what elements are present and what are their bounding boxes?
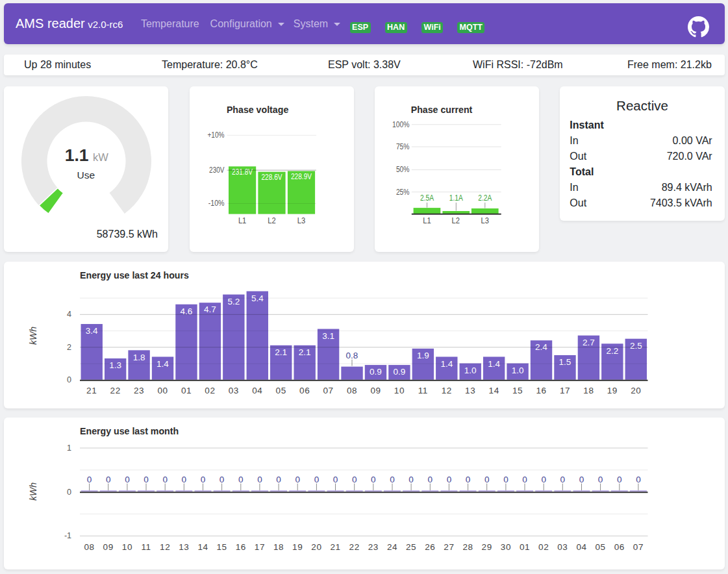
svg-text:0.8: 0.8 — [346, 351, 358, 360]
svg-text:228.9V: 228.9V — [291, 172, 312, 181]
svg-text:04: 04 — [252, 386, 262, 395]
svg-text:13: 13 — [179, 542, 189, 552]
svg-text:50%: 50% — [396, 165, 410, 174]
svg-text:-10%: -10% — [208, 199, 224, 208]
svg-text:Phase current: Phase current — [411, 105, 473, 115]
svg-text:0: 0 — [428, 475, 433, 484]
svg-text:00: 00 — [157, 386, 168, 395]
svg-text:06: 06 — [299, 386, 310, 395]
svg-text:18: 18 — [583, 386, 594, 395]
svg-text:0: 0 — [352, 475, 357, 484]
svg-text:21: 21 — [86, 386, 97, 395]
svg-text:0: 0 — [106, 475, 111, 484]
svg-text:100%: 100% — [392, 120, 410, 129]
svg-text:231.8V: 231.8V — [232, 168, 253, 177]
svg-text:0: 0 — [466, 475, 471, 484]
svg-text:1.9: 1.9 — [417, 351, 429, 360]
svg-text:0: 0 — [598, 475, 603, 484]
svg-text:kWh: kWh — [28, 482, 38, 501]
svg-text:0: 0 — [617, 475, 622, 484]
svg-text:30: 30 — [501, 542, 511, 552]
svg-text:14: 14 — [197, 542, 208, 552]
svg-text:2.1: 2.1 — [275, 347, 287, 357]
svg-text:15: 15 — [216, 542, 227, 552]
svg-text:03: 03 — [557, 542, 568, 552]
svg-text:0: 0 — [484, 475, 490, 484]
svg-text:0: 0 — [67, 488, 71, 497]
svg-text:09: 09 — [370, 386, 381, 395]
svg-text:0: 0 — [371, 475, 376, 484]
svg-text:2.5A: 2.5A — [420, 193, 434, 203]
svg-text:4.7: 4.7 — [204, 305, 216, 314]
svg-text:01: 01 — [181, 386, 192, 395]
svg-text:0: 0 — [390, 475, 395, 484]
svg-text:25: 25 — [406, 542, 416, 552]
svg-text:+10%: +10% — [207, 131, 224, 140]
svg-text:L3: L3 — [481, 216, 488, 225]
svg-text:28: 28 — [462, 542, 473, 552]
svg-text:0: 0 — [238, 475, 244, 484]
svg-text:58739.5 kWh: 58739.5 kWh — [97, 229, 158, 240]
svg-text:Use: Use — [77, 169, 95, 181]
svg-text:20: 20 — [311, 542, 321, 552]
svg-text:12: 12 — [160, 542, 170, 552]
svg-text:11: 11 — [141, 542, 151, 552]
svg-text:75%: 75% — [396, 142, 410, 151]
svg-text:10: 10 — [122, 542, 132, 552]
svg-text:24: 24 — [387, 542, 397, 552]
svg-text:23: 23 — [368, 542, 379, 552]
svg-text:09: 09 — [103, 542, 114, 552]
svg-text:17: 17 — [255, 542, 265, 552]
svg-text:L1: L1 — [423, 216, 431, 225]
svg-text:0: 0 — [447, 475, 452, 484]
svg-text:0: 0 — [314, 475, 320, 484]
svg-text:12: 12 — [442, 386, 452, 395]
svg-text:08: 08 — [84, 542, 94, 552]
svg-text:0: 0 — [541, 475, 546, 484]
svg-text:05: 05 — [595, 542, 605, 552]
svg-text:16: 16 — [536, 386, 546, 395]
svg-text:kWh: kWh — [28, 327, 38, 345]
svg-text:0: 0 — [162, 475, 168, 484]
svg-text:03: 03 — [229, 386, 239, 395]
svg-text:2.2A: 2.2A — [478, 193, 492, 203]
svg-text:0: 0 — [87, 475, 92, 484]
svg-text:2.7: 2.7 — [583, 338, 595, 347]
svg-text:0: 0 — [408, 475, 414, 484]
svg-text:Energy use last month: Energy use last month — [80, 426, 179, 436]
svg-text:07: 07 — [323, 386, 333, 395]
svg-text:20: 20 — [631, 386, 641, 395]
svg-text:1.1A: 1.1A — [449, 193, 463, 203]
svg-text:13: 13 — [465, 386, 475, 395]
svg-text:228.6V: 228.6V — [261, 173, 282, 182]
svg-text:0: 0 — [257, 475, 262, 484]
svg-text:26: 26 — [425, 542, 435, 552]
svg-text:L3: L3 — [297, 216, 305, 225]
svg-text:0: 0 — [522, 475, 527, 484]
svg-text:11: 11 — [418, 386, 428, 395]
svg-text:22: 22 — [110, 386, 121, 395]
svg-text:02: 02 — [205, 386, 215, 395]
svg-text:2.1: 2.1 — [299, 347, 311, 357]
svg-text:230V: 230V — [209, 166, 224, 175]
svg-text:Energy use last 24 hours: Energy use last 24 hours — [80, 270, 189, 281]
svg-text:0: 0 — [125, 475, 130, 484]
svg-text:1.8: 1.8 — [133, 353, 145, 362]
svg-text:1.0: 1.0 — [464, 366, 477, 375]
svg-text:0: 0 — [503, 475, 508, 484]
svg-text:07: 07 — [633, 542, 644, 552]
svg-text:0: 0 — [144, 475, 149, 484]
svg-text:04: 04 — [576, 542, 586, 552]
svg-text:0: 0 — [333, 475, 338, 484]
svg-text:23: 23 — [134, 386, 144, 395]
svg-text:2: 2 — [67, 343, 71, 352]
svg-text:1.3: 1.3 — [109, 360, 121, 370]
svg-text:Phase voltage: Phase voltage — [226, 105, 288, 115]
svg-text:0: 0 — [636, 475, 641, 484]
svg-text:4: 4 — [67, 310, 71, 319]
svg-text:kW: kW — [93, 151, 108, 163]
svg-text:0: 0 — [182, 475, 187, 484]
svg-text:L1: L1 — [238, 216, 245, 225]
svg-text:19: 19 — [292, 542, 303, 552]
svg-text:1.0: 1.0 — [512, 366, 524, 375]
